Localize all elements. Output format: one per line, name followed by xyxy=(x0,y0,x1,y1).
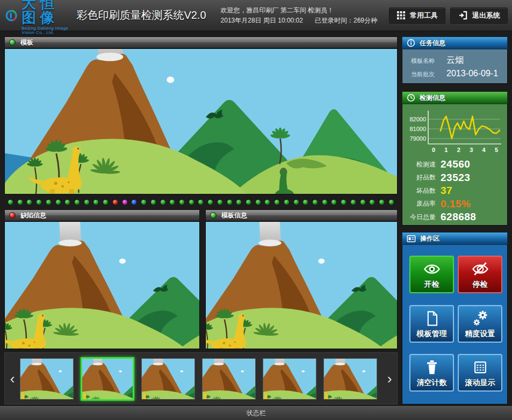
indicator-dot xyxy=(313,200,318,205)
defect-panel-title: 缺陷信息 xyxy=(20,211,46,220)
task-row: 模板名称 云烟 xyxy=(411,55,507,66)
precision-settings-button[interactable]: 精度设置 xyxy=(458,305,502,343)
indicator-dot xyxy=(179,200,184,205)
indicator-dot xyxy=(161,200,165,205)
operations-header: 操作区 xyxy=(402,232,508,245)
status-bar-text: 状态栏 xyxy=(247,409,266,417)
stat-value: 23523 xyxy=(441,172,470,184)
template-info-panel-title: 模板信息 xyxy=(221,211,247,220)
logo-chinese: 大恒图像 xyxy=(21,0,73,25)
indicator-dots-row xyxy=(4,195,398,209)
eye-off-icon xyxy=(471,259,490,279)
trash-icon xyxy=(422,358,442,377)
throughput-chart: 820008100079000012345 xyxy=(405,107,506,161)
operations-body: 开检停检模板管理精度设置清空计数滚动显示 xyxy=(402,245,508,404)
indicator-dot xyxy=(18,200,23,205)
svg-text:3: 3 xyxy=(470,147,473,153)
indicator-dot xyxy=(208,200,213,205)
template-manage-button[interactable]: 模板管理 xyxy=(409,305,454,343)
stat-label: 坏品数 xyxy=(402,186,436,195)
indicator-dot xyxy=(294,200,299,205)
indicator-dot xyxy=(46,200,51,205)
svg-text:2: 2 xyxy=(457,147,460,153)
clear-count-button[interactable]: 清空计数 xyxy=(409,354,454,392)
scroll-display-button[interactable]: 滚动显示 xyxy=(458,354,502,392)
indicator-dot xyxy=(331,200,336,205)
filmstrip-thumbnail[interactable] xyxy=(20,358,74,400)
clock-icon xyxy=(407,93,415,102)
indicator-dot xyxy=(8,200,13,205)
defect-image-view[interactable] xyxy=(4,221,200,349)
indicator-dot xyxy=(113,200,118,205)
stat-value: 628688 xyxy=(441,211,476,223)
template-panel-title: 模板 xyxy=(20,38,33,47)
stat-value: 0.15% xyxy=(441,198,471,210)
filmstrip-thumbnail[interactable] xyxy=(263,358,316,400)
op-button-label: 精度设置 xyxy=(465,329,495,339)
start-inspection-button[interactable]: 开检 xyxy=(409,256,454,293)
indicator-dot xyxy=(236,200,241,205)
app-window: 大恒图像 Beijing Daheng Image Vision Co., Lt… xyxy=(0,0,512,420)
grid-icon xyxy=(396,11,406,20)
filmstrip-thumbnail[interactable] xyxy=(81,357,134,401)
current-batch-label: 当前批次 xyxy=(411,70,442,78)
exit-icon xyxy=(458,10,468,20)
indicator-dot xyxy=(56,200,61,205)
logo: 大恒图像 Beijing Daheng Image Vision Co., Lt… xyxy=(0,0,73,35)
indicator-dot xyxy=(103,200,108,205)
indicator-dot xyxy=(370,200,374,205)
indicator-dot xyxy=(93,200,98,205)
template-info-image-view[interactable] xyxy=(205,221,398,349)
indicator-dot xyxy=(27,200,32,205)
stop-inspection-button[interactable]: 停检 xyxy=(458,256,502,293)
gears-icon xyxy=(471,309,490,328)
datetime-text: 2013年月28日 周日 10:00:02 xyxy=(221,17,303,24)
indicator-dot xyxy=(284,200,289,205)
indicator-dot xyxy=(351,200,356,205)
template-info-panel-header: 模板信息 xyxy=(205,209,398,221)
indicator-dot xyxy=(122,200,127,205)
green-led-icon xyxy=(210,212,217,219)
welcome-text: 欢迎您，雅昌印刷厂 第二车间 检测员！ xyxy=(221,5,389,16)
detection-info-header: 检测信息 xyxy=(402,91,508,104)
op-button-label: 停检 xyxy=(473,280,488,289)
status-bar: 状态栏 xyxy=(0,406,512,420)
exit-system-button[interactable]: 退出系统 xyxy=(450,8,508,24)
header: 大恒图像 Beijing Daheng Image Vision Co., Lt… xyxy=(0,0,512,31)
filmstrip-thumbnail[interactable] xyxy=(202,358,256,400)
detection-info-body: 820008100079000012345 检测速24560好品数23523坏品… xyxy=(402,104,508,226)
indicator-dot xyxy=(132,200,136,205)
indicator-dot xyxy=(227,200,232,205)
template-panel-header: 模板 xyxy=(4,37,398,48)
common-tools-button[interactable]: 常用工具 xyxy=(389,8,445,24)
filmstrip-prev-button[interactable]: ‹ xyxy=(7,371,18,387)
info-icon xyxy=(407,39,415,47)
svg-text:1: 1 xyxy=(444,147,448,153)
indicator-dot xyxy=(379,200,384,205)
stat-row: 今日总量628688 xyxy=(402,211,507,223)
indicator-dot xyxy=(37,200,41,205)
svg-text:5: 5 xyxy=(495,147,498,153)
indicator-dot xyxy=(218,200,222,205)
indicator-dot xyxy=(275,200,279,205)
filmstrip-thumbnail[interactable] xyxy=(323,358,377,400)
svg-text:79000: 79000 xyxy=(409,135,426,142)
stat-label: 检测速 xyxy=(402,160,436,169)
operations-title: 操作区 xyxy=(420,234,439,243)
template-image-view[interactable] xyxy=(4,48,398,194)
filmstrip-next-button[interactable]: › xyxy=(384,371,395,387)
scroll-grid-icon xyxy=(471,358,490,377)
indicator-dot xyxy=(246,200,251,205)
stat-value: 37 xyxy=(441,185,452,197)
stat-row: 废品率0.15% xyxy=(402,198,507,211)
defect-panel-header: 缺陷信息 xyxy=(4,209,200,221)
stat-value: 24560 xyxy=(441,158,470,170)
filmstrip-thumbnail[interactable] xyxy=(141,358,195,400)
indicator-dot xyxy=(303,200,308,205)
task-row: 当前批次 2013-06-09-1 xyxy=(411,69,507,78)
stat-row: 好品数23523 xyxy=(402,171,507,184)
task-info-body: 模板名称 云烟 当前批次 2013-06-09-1 xyxy=(402,49,508,84)
indicator-dot xyxy=(389,200,394,205)
indicator-dot xyxy=(170,200,175,205)
daheng-logo-icon xyxy=(5,5,18,26)
